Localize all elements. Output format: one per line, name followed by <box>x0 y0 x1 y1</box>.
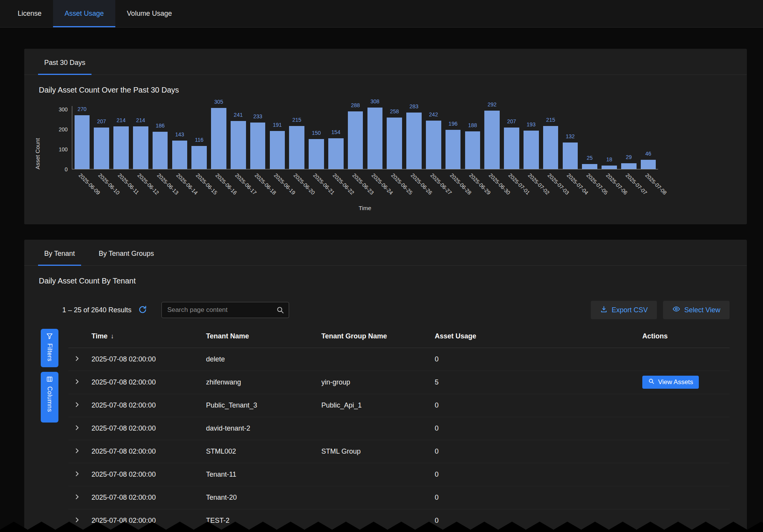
columns-button[interactable]: Columns <box>41 372 58 423</box>
chevron-right-icon <box>73 401 81 409</box>
table-body: 2025-07-08 02:00:00delete02025-07-08 02:… <box>68 348 730 532</box>
asset-usage-cell: 0 <box>435 440 635 463</box>
columns-label: Columns <box>46 386 53 412</box>
chevron-right-icon <box>73 470 81 479</box>
download-icon <box>600 305 608 315</box>
tenant-group-cell: Public_Api_1 <box>321 394 435 417</box>
chart-title: Daily Asset Count Over the Past 30 Days <box>39 86 732 94</box>
tenant-name-cell: Public_Tenant_3 <box>206 394 321 417</box>
actions-cell: View Assets <box>635 371 730 394</box>
expand-row-button[interactable] <box>70 421 84 435</box>
top-tab-license[interactable]: License <box>6 0 53 27</box>
chart-panel-tabs: Past 30 Days <box>24 49 747 75</box>
bar <box>133 126 148 169</box>
tab-by-tenant[interactable]: By Tenant <box>38 240 81 265</box>
top-tab-asset-usage[interactable]: Asset Usage <box>53 0 115 27</box>
filters-label: Filters <box>46 343 53 361</box>
bar <box>582 164 597 169</box>
bar <box>153 132 168 169</box>
column-header-tenant-group-name[interactable]: Tenant Group Name <box>321 325 435 348</box>
chevron-right-icon <box>73 378 81 386</box>
y-axis-title: Asset Count <box>34 106 41 169</box>
bar <box>231 121 246 169</box>
asset-usage-cell: 0 <box>435 394 635 417</box>
select-view-button[interactable]: Select View <box>663 301 730 319</box>
eye-icon <box>672 305 680 315</box>
table-row: 2025-07-08 02:00:00STML002STML Group0 <box>68 440 730 463</box>
bar <box>270 131 285 169</box>
search-icon <box>648 378 655 386</box>
chevron-right-icon <box>73 447 81 456</box>
expand-row-button[interactable] <box>70 467 84 481</box>
chevron-right-icon <box>73 355 81 363</box>
refresh-button[interactable] <box>138 305 148 316</box>
expand-row-button[interactable] <box>70 375 84 389</box>
table-header-row: Time↓Tenant NameTenant Group NameAsset U… <box>68 325 730 348</box>
bar-group: 1912025-06-19 <box>268 106 287 169</box>
bar-group: 1862025-06-13 <box>150 106 170 169</box>
asset-usage-cell: 0 <box>435 417 635 440</box>
expand-row-button[interactable] <box>70 398 84 412</box>
table-title: Daily Asset Count By Tenant <box>39 277 732 285</box>
bar <box>348 111 363 169</box>
bar-group: 2332025-06-18 <box>248 106 268 169</box>
bar <box>543 126 559 169</box>
bar-group: 1932025-07-02 <box>521 106 541 169</box>
export-csv-button[interactable]: Export CSV <box>591 301 657 319</box>
expand-row-button[interactable] <box>70 491 84 504</box>
bar-group: 1962025-06-28 <box>443 106 463 169</box>
x-axis-title: Time <box>72 205 658 211</box>
top-tab-volume-usage[interactable]: Volume Usage <box>115 0 183 27</box>
view-assets-button[interactable]: View Assets <box>642 376 699 389</box>
bar <box>641 160 656 169</box>
table-row: 2025-07-08 02:00:00delete0 <box>68 348 730 371</box>
table-row: 2025-07-08 02:00:00Tenant-110 <box>68 463 730 486</box>
y-tick-label: 300 <box>59 106 68 113</box>
column-header-asset-usage[interactable]: Asset Usage <box>435 325 635 348</box>
tenant-group-cell: STML Group <box>321 440 435 463</box>
filter-icon <box>46 333 53 341</box>
bar <box>328 138 344 169</box>
chart-panel: Past 30 Days Daily Asset Count Over the … <box>24 49 747 224</box>
bar-group: 1882025-06-29 <box>463 106 482 169</box>
results-count: 1 – 25 of 2640 Results <box>62 306 131 314</box>
y-tick-label: 200 <box>59 126 68 133</box>
bar-chart: Asset Count 2702025-06-092072025-06-1021… <box>32 106 735 218</box>
column-header-tenant-name[interactable]: Tenant Name <box>206 325 321 348</box>
expand-row-button[interactable] <box>70 352 84 366</box>
bar <box>309 139 324 169</box>
bar-group: 2422025-06-27 <box>424 106 443 169</box>
column-header-time[interactable]: Time↓ <box>91 325 206 348</box>
bar <box>191 146 207 169</box>
tenant-group-cell <box>321 486 435 509</box>
time-cell: 2025-07-08 02:00:00 <box>91 394 206 417</box>
table-row: 2025-07-08 02:00:00Public_Tenant_3Public… <box>68 394 730 417</box>
bar <box>524 131 539 169</box>
bar <box>113 126 129 169</box>
bar-group: 2142025-06-11 <box>111 106 131 169</box>
search-input[interactable] <box>161 302 289 318</box>
tenant-group-cell <box>321 348 435 371</box>
column-header-actions[interactable]: Actions <box>635 325 730 348</box>
bar-group: 2142025-06-12 <box>131 106 150 169</box>
table-row: 2025-07-08 02:00:00david-tenant-20 <box>68 417 730 440</box>
tenant-group-cell: yin-group <box>321 371 435 394</box>
tenant-group-cell <box>321 463 435 486</box>
search-box <box>161 302 289 318</box>
tenant-name-cell: delete <box>206 348 321 371</box>
time-cell: 2025-07-08 02:00:00 <box>91 371 206 394</box>
bar-group: 1162025-06-15 <box>190 106 209 169</box>
tenant-usage-table: Time↓Tenant NameTenant Group NameAsset U… <box>68 325 730 532</box>
tab-past-30-days[interactable]: Past 30 Days <box>38 49 91 75</box>
asset-usage-cell: 0 <box>435 348 635 371</box>
bar-value-label: 46 <box>633 151 664 157</box>
filters-button[interactable]: Filters <box>41 329 58 367</box>
chevron-right-icon <box>73 424 81 433</box>
expand-row-button[interactable] <box>70 444 84 458</box>
bar-group: 2922025-06-30 <box>482 106 502 169</box>
tab-by-tenant-groups[interactable]: By Tenant Groups <box>93 240 160 265</box>
bar-plot: 2702025-06-092072025-06-102142025-06-112… <box>72 106 658 169</box>
actions-cell <box>635 486 730 509</box>
table-panel-tabs: By TenantBy Tenant Groups <box>24 240 747 266</box>
bar <box>602 166 617 169</box>
